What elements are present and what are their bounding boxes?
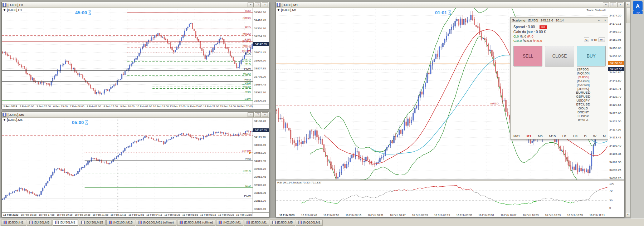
trade-panel-body: Spread : 3.00 3.0 Gain du jour : 0.00 € … bbox=[511, 23, 608, 139]
close-button[interactable]: × bbox=[262, 3, 268, 7]
taskbar-tab[interactable]: [NQ100],M1 bbox=[216, 220, 243, 226]
minimize-button[interactable]: − bbox=[248, 3, 254, 7]
chart-mini-icon bbox=[81, 221, 85, 224]
price-plot[interactable]: ▼ [DJI30],M5 05:00 mR1DmR1WPivDmS1DS1DPi… bbox=[2, 118, 253, 212]
timeframe-button-M1[interactable]: M1 bbox=[527, 134, 531, 138]
timeframe-button-M[interactable]: M bbox=[603, 134, 606, 138]
rsi-segment bbox=[560, 201, 562, 201]
taskbar-tab[interactable]: [DJI30],M5 bbox=[270, 220, 295, 226]
candle-body bbox=[477, 26, 478, 28]
rsi-plot[interactable]: RSI (M1,14,Typical,70,30) 72.1837 bbox=[276, 181, 608, 213]
price-plot[interactable]: ▼ [DJI30],M1 Trade Station© 01:01 Scalpi… bbox=[276, 8, 608, 180]
close-button[interactable]: × bbox=[617, 3, 623, 7]
timeframe-button-D[interactable]: D bbox=[584, 134, 587, 138]
sell-button[interactable]: SELL bbox=[513, 46, 542, 67]
avatrade-app-icon[interactable]: A bbox=[633, 1, 643, 11]
taskbar-tab[interactable]: [NQ100],M61 (offline) bbox=[136, 220, 176, 226]
one-click-arrow-icon[interactable]: ▼ bbox=[3, 8, 6, 12]
candle-body bbox=[46, 183, 47, 186]
symbol-item-CAC40[interactable]: [CAC40] bbox=[567, 83, 599, 87]
candle-body bbox=[390, 141, 391, 145]
restore-button[interactable]: □ bbox=[255, 3, 261, 7]
symbol-item-TSLA[interactable]: #TSLA bbox=[567, 118, 599, 122]
price-plot[interactable]: ▼ [DJI30],H1 45:00 R3DmR3DR2DmR2DB1WmR1M… bbox=[2, 8, 253, 104]
price-tick-label: 34117.50 bbox=[609, 128, 621, 131]
taskbar-tab[interactable]: [DJI30],M61 (offline) bbox=[177, 220, 216, 226]
price-tick-label: 33853.70 bbox=[254, 199, 266, 202]
candle-body bbox=[386, 147, 387, 150]
panel-close-button[interactable]: × bbox=[603, 19, 607, 22]
symbol-item-DAX40[interactable]: [DAX40] bbox=[567, 79, 599, 83]
scroll-down-button[interactable]: ▼ bbox=[626, 212, 630, 217]
timeframe-button-H1[interactable]: H1 bbox=[562, 134, 567, 138]
candle-body bbox=[180, 41, 180, 45]
candle-body bbox=[131, 143, 132, 146]
taskbar-tab[interactable]: [DJI30],H1 bbox=[1, 220, 26, 226]
panel-minimize-button[interactable]: − bbox=[597, 19, 601, 22]
vertical-scrollbar[interactable]: ▲ ▼ bbox=[625, 2, 630, 217]
close-position-button[interactable]: CLOSE bbox=[545, 46, 574, 67]
one-click-arrow-icon[interactable]: ▼ bbox=[277, 8, 280, 12]
candle-body bbox=[5, 195, 6, 198]
timeframe-button-H4[interactable]: H4 bbox=[573, 134, 577, 138]
taskbar-tab[interactable]: [DJI30],M1 bbox=[244, 220, 269, 226]
level-label-PivD: PivD bbox=[245, 53, 251, 56]
trade-panel-titlebar[interactable]: Scalping [DJI30] 245.12 € 10:14 − × bbox=[511, 18, 608, 23]
window-titlebar[interactable]: [DJI30],H1 − □ × bbox=[2, 2, 269, 8]
candle-body bbox=[297, 141, 298, 146]
time-tick-label: 16 Feb 10:39 bbox=[540, 213, 565, 216]
one-click-arrow-icon[interactable]: ▼ bbox=[3, 118, 6, 122]
timeframe-button-M15[interactable]: M15 bbox=[549, 134, 556, 138]
timeframe-button-M61[interactable]: M61 bbox=[513, 134, 520, 138]
rsi-canvas[interactable] bbox=[276, 181, 608, 213]
taskbar-tab[interactable]: [DJI30],M5 bbox=[27, 220, 52, 226]
candle-body bbox=[188, 134, 189, 135]
timeframe-button-W[interactable]: W bbox=[593, 134, 596, 138]
chart-symbol-label[interactable]: ▼ [DJI30],H1 bbox=[3, 8, 22, 12]
minimize-button[interactable]: − bbox=[603, 3, 609, 7]
h1-chart-canvas[interactable]: R3DmR3DR2DmR2DB1WmR1MmR1DmR1WPivDmS1DS1D… bbox=[2, 8, 253, 104]
candle-body bbox=[31, 192, 32, 193]
rsi-segment bbox=[448, 186, 450, 186]
candle-body bbox=[43, 83, 44, 83]
candle-body bbox=[502, 93, 503, 100]
chart-symbol-label[interactable]: ▼ [DJI30],M1 bbox=[277, 8, 297, 12]
candle-body bbox=[106, 90, 107, 90]
chart-symbol-label[interactable]: ▼ [DJI30],M5 bbox=[3, 118, 23, 122]
candle-body bbox=[570, 166, 571, 169]
candle-body bbox=[214, 45, 215, 48]
candle-body bbox=[44, 83, 45, 83]
candle-body bbox=[586, 170, 587, 172]
candle-body bbox=[140, 49, 141, 53]
candle-body bbox=[406, 122, 407, 126]
volume-value[interactable]: 0.10 bbox=[591, 38, 597, 42]
taskbar-tab[interactable]: [NQ100],M15 bbox=[106, 220, 135, 226]
restore-button[interactable]: □ bbox=[610, 3, 616, 7]
scrollbar-thumb[interactable] bbox=[626, 8, 630, 23]
scroll-up-button[interactable]: ▲ bbox=[626, 2, 630, 7]
candle-body bbox=[563, 150, 564, 153]
candle-body bbox=[168, 140, 169, 140]
taskbar-tab[interactable]: [NQ100],M1 bbox=[296, 220, 323, 226]
buy-button[interactable]: BUY bbox=[577, 46, 606, 67]
m5-chart-canvas[interactable]: mR1DmR1WPivDmS1DS1DPivW bbox=[2, 118, 253, 212]
taskbar-tab[interactable]: [DJI30],M1 bbox=[53, 220, 78, 226]
volume-increase-button[interactable]: V+ bbox=[599, 38, 605, 42]
timeframe-button-M5[interactable]: M5 bbox=[538, 134, 542, 138]
rsi-segment bbox=[324, 201, 326, 202]
rsi-segment bbox=[536, 201, 537, 202]
candle-body bbox=[236, 134, 238, 136]
volume-decrease-button[interactable]: V- bbox=[584, 38, 590, 42]
window-titlebar[interactable]: [DJI30],M1 − □ × bbox=[276, 2, 624, 8]
tab-label: [DJI30],M1 bbox=[251, 221, 267, 224]
candle-body bbox=[448, 34, 449, 36]
restore-button[interactable]: □ bbox=[255, 112, 261, 117]
taskbar-tab[interactable]: [DJI30],M15 bbox=[79, 220, 106, 226]
candle-body bbox=[334, 170, 335, 173]
candle-body bbox=[506, 100, 507, 112]
candle-body bbox=[206, 136, 208, 137]
candle-body bbox=[430, 65, 431, 74]
close-button[interactable]: × bbox=[262, 112, 268, 117]
minimize-button[interactable]: − bbox=[248, 112, 254, 117]
window-titlebar[interactable]: [DJI30],M5 − □ × bbox=[2, 112, 269, 118]
